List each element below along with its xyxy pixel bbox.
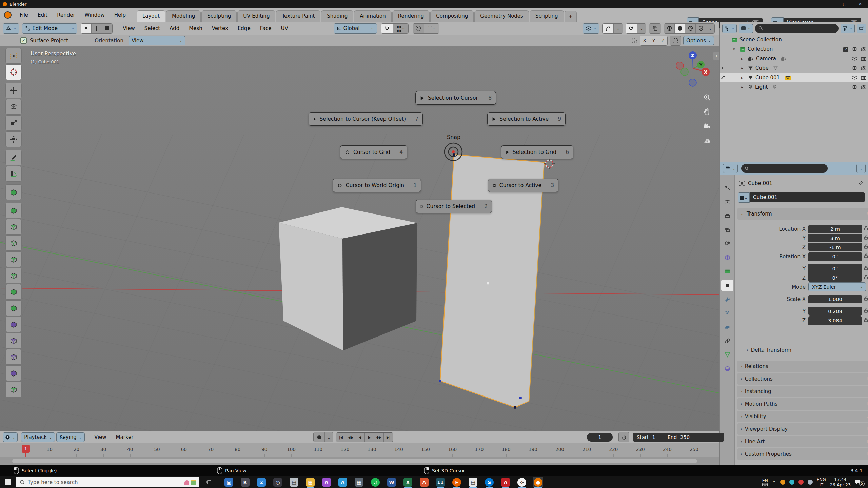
expand-arrow[interactable]: ▾ [733, 47, 740, 52]
falloff-dropdown[interactable]: ⌒⌄ [424, 24, 439, 33]
taskbar-app-slack[interactable]: ⊹ [517, 477, 527, 487]
panel-motion-paths[interactable]: ›Motion Paths⠿ [737, 398, 868, 410]
properties-tab-modifiers[interactable] [721, 293, 733, 305]
menu-file[interactable]: File [15, 10, 33, 20]
eye-toggle-icon[interactable] [852, 47, 857, 51]
edge-select-button[interactable] [92, 24, 102, 33]
show-object-types-dropdown[interactable]: ⌄ [583, 23, 599, 34]
frame-range-fields[interactable]: Start 1 End 250 [633, 433, 724, 442]
viewport-menu-vertex[interactable]: Vertex [207, 24, 233, 33]
workspace-tab-layout[interactable]: Layout [137, 10, 165, 22]
tool-bevel[interactable] [5, 235, 22, 251]
outliner-row-camera[interactable]: ▸Camera [720, 54, 868, 63]
taskbar-app-clock[interactable]: ◷ [273, 477, 283, 487]
tool-edge-slide[interactable] [5, 333, 22, 348]
taskbar-app-affinity-photo[interactable]: A [321, 477, 332, 487]
pan-hand-icon[interactable] [701, 106, 713, 118]
viewport-menu-add[interactable]: Add [165, 24, 184, 33]
pie-item-cursor-to-selected[interactable]: Cursor to Selected2 [416, 200, 492, 213]
menu-help[interactable]: Help [110, 10, 131, 20]
auto-keying-dropdown[interactable]: ⌄ [325, 432, 333, 442]
panel-grip-icon[interactable]: ⠿ [866, 427, 868, 431]
eye-toggle-icon[interactable] [852, 85, 857, 89]
expand-arrow[interactable]: ▸ [741, 76, 748, 80]
eye-toggle-icon[interactable] [852, 66, 857, 70]
shading-rendered-button[interactable] [696, 24, 706, 33]
prev-frame-button[interactable]: ◀ [355, 433, 365, 442]
camera-toggle-icon[interactable] [861, 76, 866, 80]
workspace-tab-texture-paint[interactable]: Texture Paint [276, 10, 320, 22]
editor-type-button[interactable]: ⌄ [3, 23, 19, 34]
snap-proj-toggle[interactable] [670, 36, 681, 46]
options-dropdown[interactable]: Options ⌄ [683, 36, 714, 45]
panel-grip-icon[interactable]: ⠿ [866, 452, 868, 456]
transform-value-field[interactable]: 0° [808, 273, 862, 282]
ortho-grid-icon[interactable] [701, 135, 713, 147]
taskbar-app-spotify[interactable]: ♫ [370, 477, 380, 487]
pin-icon[interactable] [859, 181, 864, 186]
panel-grip-icon[interactable]: ⠿ [866, 414, 868, 419]
tool-add-cube[interactable] [5, 184, 22, 200]
play-button[interactable]: ▶ [365, 433, 374, 442]
properties-tab-scene[interactable] [721, 238, 733, 249]
eye-toggle-icon[interactable] [852, 76, 857, 80]
camera-toggle-icon[interactable] [861, 47, 866, 51]
properties-options-dropdown[interactable]: ⌄ [856, 164, 866, 173]
camera-toggle-icon[interactable] [861, 66, 866, 70]
auto-keying-button[interactable] [314, 432, 325, 442]
next-keyframe-button[interactable]: ◆▶ [374, 433, 384, 442]
pie-item-selection-to-cursor[interactable]: Selection to Cursor8 [415, 91, 496, 105]
panel-grip-icon[interactable]: ⠿ [866, 402, 868, 406]
timeline-menu-keying[interactable]: Keying⌄ [56, 432, 85, 442]
tray-teams-icon[interactable] [789, 480, 794, 485]
gizmo-dropdown[interactable]: ⌄ [614, 24, 623, 33]
shading-solid-button[interactable] [675, 24, 685, 33]
menu-window[interactable]: Window [80, 10, 110, 20]
expand-arrow[interactable]: ▸ [741, 57, 748, 61]
panel-grip-icon[interactable]: ⠿ [866, 389, 868, 394]
camera-toggle-icon[interactable] [861, 57, 866, 61]
tool-rip-region[interactable] [5, 382, 22, 397]
tray-expand-chevron[interactable]: ⌃ [772, 480, 776, 485]
taskbar-app-windows-11[interactable]: 11 [435, 477, 446, 487]
check-toggle-icon[interactable]: ✓ [843, 46, 848, 52]
properties-tab-particles[interactable] [721, 307, 733, 319]
show-gizmo-icon[interactable] [603, 24, 614, 33]
properties-tab-render[interactable] [721, 196, 733, 208]
sidebar-collapse-arrow[interactable]: ‹ [713, 52, 719, 60]
viewport-menu-mesh[interactable]: Mesh [184, 24, 207, 33]
snap-magnet-icon[interactable] [381, 24, 393, 33]
shading-wireframe-button[interactable] [664, 24, 675, 33]
tool-annotate[interactable] [5, 150, 22, 165]
tool-transform[interactable] [5, 131, 22, 147]
taskbar-app-firefox[interactable]: F [452, 477, 462, 487]
transform-value-field[interactable]: 3 m [808, 234, 862, 242]
shading-material-button[interactable] [685, 24, 696, 33]
properties-tab-material[interactable] [721, 363, 733, 374]
panel-viewport-display[interactable]: ›Viewport Display⠿ [737, 423, 868, 435]
proportional-edit-icon[interactable] [413, 24, 424, 33]
tray-clock[interactable]: 17:4426-Apr-23 [830, 477, 851, 487]
transform-value-field[interactable]: 0° [808, 252, 862, 261]
panel-relations[interactable]: ›Relations⠿ [737, 361, 868, 372]
mirror-axis-x[interactable]: X [640, 36, 649, 45]
tool-knife[interactable] [5, 268, 22, 283]
zoom-icon[interactable] [701, 92, 713, 104]
orientation-dropdown[interactable]: View ⌄ [129, 36, 185, 45]
workspace-tab-sculpting[interactable]: Sculpting [201, 10, 237, 22]
properties-tab-output[interactable] [721, 210, 733, 222]
delta-transform-toggle[interactable]: ›Delta Transform [747, 347, 791, 353]
outliner-row-collection[interactable]: ▾Collection✓ [720, 44, 868, 54]
navigation-gizmo[interactable]: ZYX [675, 49, 715, 88]
timeline-menu-playback[interactable]: Playback⌄ [21, 432, 55, 442]
taskbar-app-file-explorer[interactable]: ▦ [305, 477, 315, 487]
timeline-scroll-area[interactable] [0, 457, 719, 465]
timeline-menu-view[interactable]: View [90, 432, 111, 442]
workspace-tab-shading[interactable]: Shading [321, 10, 353, 22]
taskbar-app-excel[interactable]: X [403, 477, 413, 487]
pie-item-cursor-to-active[interactable]: Cursor to Active3 [488, 179, 558, 192]
transform-value-field[interactable]: 0.208 [808, 307, 862, 316]
viewport-menu-face[interactable]: Face [255, 24, 276, 33]
transform-value-field[interactable]: 3.084 [808, 316, 862, 325]
breadcrumb-object-name[interactable]: Cube.001 [748, 180, 772, 186]
